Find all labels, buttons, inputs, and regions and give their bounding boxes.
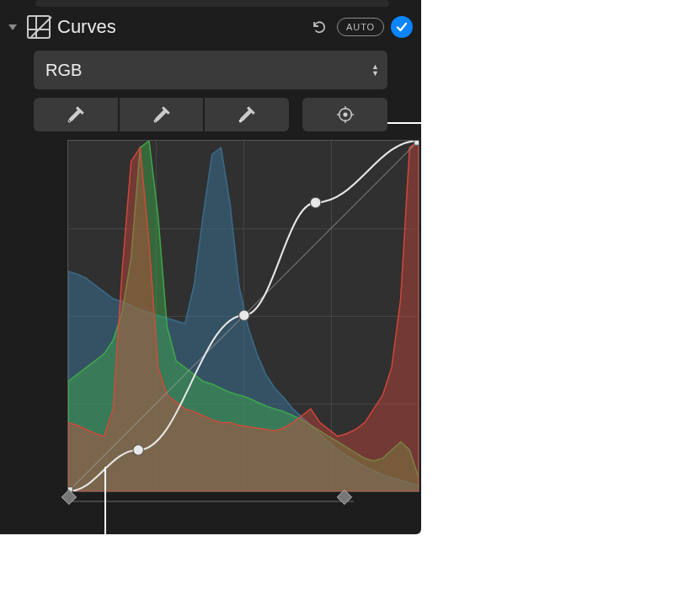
curve-endpoint[interactable]	[414, 141, 419, 145]
curves-icon	[27, 15, 51, 39]
curve-point[interactable]	[310, 197, 320, 207]
channel-select[interactable]: RGB ▲▼	[34, 51, 387, 89]
callout-line	[104, 467, 106, 547]
svg-point-2	[154, 120, 157, 122]
reset-button[interactable]	[308, 16, 330, 38]
curve-point[interactable]	[133, 445, 143, 455]
eyedropper-white-button[interactable]	[205, 98, 289, 131]
curve-point[interactable]	[239, 310, 249, 320]
eyedropper-row	[34, 98, 387, 131]
channel-select-value: RGB	[45, 61, 82, 80]
svg-marker-0	[8, 24, 17, 30]
curves-panel: Curves AUTO RGB ▲▼	[0, 0, 421, 534]
eyedropper-black-button[interactable]	[34, 98, 118, 131]
callout-line	[387, 122, 443, 124]
panel-header: Curves AUTO	[0, 12, 421, 42]
disclosure-triangle[interactable]	[5, 19, 20, 35]
auto-button[interactable]: AUTO	[337, 18, 384, 36]
eyedropper-gray-button[interactable]	[120, 98, 204, 131]
enable-toggle[interactable]	[391, 16, 413, 38]
add-point-button[interactable]	[302, 98, 387, 131]
svg-point-5	[344, 113, 347, 116]
curves-chart-wrap	[67, 140, 354, 509]
black-white-slider[interactable]	[67, 494, 354, 509]
panel-title: Curves	[57, 16, 302, 38]
chevron-updown-icon: ▲▼	[371, 63, 379, 77]
divider	[35, 0, 389, 7]
svg-point-3	[239, 120, 242, 122]
controls-area: RGB ▲▼	[0, 42, 421, 509]
tone-curve[interactable]	[68, 141, 419, 491]
svg-point-1	[68, 120, 71, 122]
curves-chart[interactable]	[67, 140, 419, 492]
